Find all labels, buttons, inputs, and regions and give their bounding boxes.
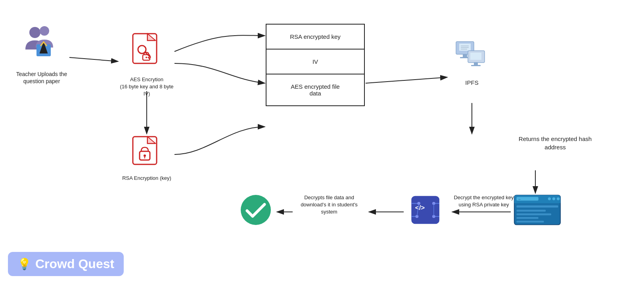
crowd-quest-icon: 💡 (17, 257, 31, 271)
svg-point-9 (29, 27, 40, 38)
crowd-quest-badge: 💡 Crowd Quest (8, 252, 124, 276)
browser-box: ← (512, 194, 563, 227)
svg-rect-33 (471, 65, 481, 66)
data-row-aes: AES encrypted filedata (266, 74, 364, 105)
svg-point-10 (40, 26, 49, 36)
svg-point-20 (146, 57, 147, 58)
data-struct-box: RSA encrypted key IV AES encrypted filed… (266, 24, 365, 106)
rsa-enc-box: RSA Encryption (key) (119, 135, 174, 181)
svg-point-42 (552, 197, 555, 200)
data-row-rsa: RSA encrypted key (266, 25, 364, 50)
ipfs-label: IPFS (448, 79, 496, 86)
svg-point-41 (548, 197, 551, 200)
svg-line-3 (366, 77, 447, 83)
svg-rect-45 (516, 205, 558, 208)
teacher-box: Teacher Uploads the question paper (16, 24, 67, 85)
svg-rect-46 (516, 210, 546, 212)
ipfs-box: IPFS (448, 40, 496, 86)
crowd-quest-text: Crowd Quest (35, 257, 114, 271)
svg-point-62 (241, 195, 271, 225)
aes-box: AES Encrytion(16 byte key and 8 byte IV) (119, 32, 174, 98)
svg-rect-31 (470, 53, 481, 60)
svg-rect-49 (516, 221, 544, 223)
svg-text:←: ← (518, 197, 521, 201)
svg-text:</>: </> (415, 204, 425, 212)
svg-rect-32 (474, 62, 478, 65)
aes-label: AES Encrytion(16 byte key and 8 byte IV) (119, 76, 174, 98)
svg-rect-28 (463, 54, 467, 57)
decrypts-label: Decrypts file data and download's it in … (293, 194, 365, 216)
decrypt-label: Decrypt the encrypted key using RSA priv… (452, 194, 516, 208)
teacher-label: Teacher Uploads the question paper (16, 71, 67, 85)
diagram-container: Teacher Uploads the question paper AES E… (0, 0, 644, 284)
svg-rect-47 (516, 213, 551, 215)
svg-line-1 (69, 57, 118, 61)
data-row-iv: IV (266, 50, 364, 74)
svg-marker-14 (148, 34, 155, 40)
svg-point-43 (557, 197, 560, 200)
svg-marker-22 (148, 137, 155, 143)
svg-rect-48 (516, 217, 538, 219)
teacher-icon (16, 24, 67, 67)
svg-rect-27 (459, 44, 471, 51)
svg-point-24 (144, 154, 146, 157)
svg-line-18 (148, 57, 150, 59)
returns-label: Returns the encrypted hash address (516, 135, 595, 151)
checkmark-box (238, 194, 274, 227)
rsa-enc-label: RSA Encryption (key) (119, 175, 174, 181)
smart-contract-box: </> (404, 194, 448, 227)
